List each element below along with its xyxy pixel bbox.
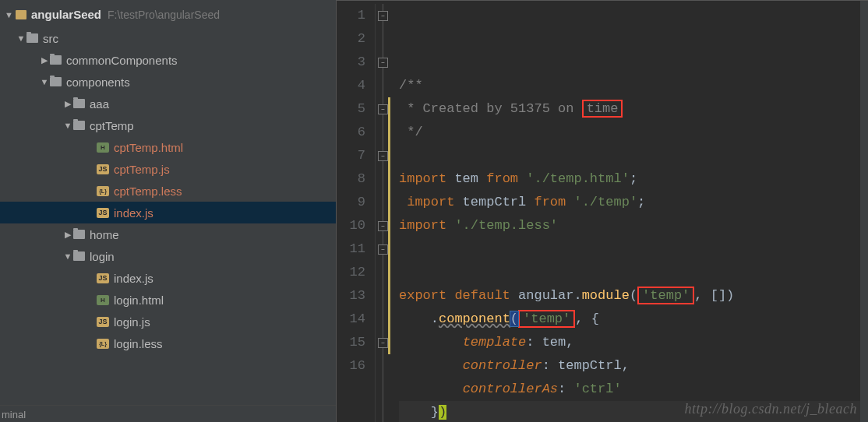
chevron-right-icon[interactable]: ▶ xyxy=(62,230,73,240)
line-number: 13 xyxy=(337,284,365,308)
project-path: F:\testPro\angularSeed xyxy=(108,9,220,21)
code-line[interactable]: */ xyxy=(399,121,868,144)
code-line[interactable]: controllerAs: 'ctrl' xyxy=(399,378,868,401)
tree-file-login.js[interactable]: ▶JSlogin.js xyxy=(0,311,336,332)
code-line[interactable]: import './temp.less' xyxy=(399,214,868,237)
tree-folder-aaa[interactable]: ▶aaa xyxy=(0,93,336,114)
folder-icon xyxy=(16,10,26,19)
dir-icon xyxy=(50,55,62,65)
code-line[interactable] xyxy=(399,144,868,167)
js-icon: JS xyxy=(97,317,109,327)
tree-item-label: home xyxy=(90,228,119,241)
dir-icon xyxy=(73,99,85,108)
dir-icon xyxy=(73,121,85,130)
chevron-down-icon[interactable]: ▼ xyxy=(39,77,50,86)
line-number: 10 xyxy=(337,214,365,237)
project-name: angularSeed xyxy=(31,8,101,21)
fold-handle-icon[interactable]: – xyxy=(378,11,388,21)
code-line[interactable]: template: tem, xyxy=(399,331,868,354)
line-number: 9 xyxy=(337,191,365,214)
project-root-row[interactable]: ▼ angularSeed F:\testPro\angularSeed xyxy=(0,3,336,26)
tree-item-label: index.js xyxy=(114,272,153,285)
js-icon: JS xyxy=(97,164,109,174)
tree-item-label: components xyxy=(66,76,130,89)
dir-icon xyxy=(73,251,85,261)
tree-item-label: index.js xyxy=(114,206,153,220)
tree-file-login.html[interactable]: ▶Hlogin.html xyxy=(0,289,336,311)
tree-folder-home[interactable]: ▶home xyxy=(0,223,336,245)
tree-folder-src[interactable]: ▼src xyxy=(0,27,336,49)
editor-pane: 12345678910111213141516 ––––––– /** * Cr… xyxy=(337,0,868,422)
dir-icon xyxy=(50,77,62,86)
scrollbar[interactable] xyxy=(860,1,868,422)
tree-folder-commonComponents[interactable]: ▶commonComponents xyxy=(0,49,336,71)
fold-handle-icon[interactable]: – xyxy=(378,244,388,255)
dir-icon xyxy=(26,33,38,43)
tree-file-login.less[interactable]: ▶{L}login.less xyxy=(0,332,336,354)
line-number: 6 xyxy=(337,121,365,144)
line-number: 14 xyxy=(337,308,365,331)
line-number: 3 xyxy=(337,51,365,74)
code-line[interactable]: .component('temp', { xyxy=(399,308,868,331)
chevron-down-icon[interactable]: ▼ xyxy=(16,33,26,43)
tree-item-label: src xyxy=(43,32,58,45)
fold-handle-icon[interactable]: – xyxy=(378,104,388,114)
chevron-down-icon[interactable]: ▼ xyxy=(62,251,73,261)
chevron-down-icon[interactable]: ▼ xyxy=(5,10,16,19)
line-number: 5 xyxy=(337,97,365,121)
code-line[interactable]: export default angular.module('temp', []… xyxy=(399,284,868,308)
dir-icon xyxy=(73,230,85,239)
code-text[interactable]: /** * Created by 51375 on time */import … xyxy=(391,4,868,422)
tree-file-cptTemp.html[interactable]: ▶HcptTemp.html xyxy=(0,136,336,158)
code-line[interactable] xyxy=(399,261,868,284)
chevron-right-icon[interactable]: ▶ xyxy=(62,99,73,109)
line-number: 16 xyxy=(337,354,365,378)
html-icon: H xyxy=(97,142,109,153)
line-number: 7 xyxy=(337,144,365,167)
terminal-tab[interactable]: minal xyxy=(0,405,336,422)
tree-item-label: commonComponents xyxy=(66,54,178,67)
tree-item-label: login.js xyxy=(114,315,150,329)
line-number: 12 xyxy=(337,261,365,284)
code-line[interactable] xyxy=(399,237,868,261)
line-number: 1 xyxy=(337,4,365,27)
tree-item-label: cptTemp.js xyxy=(114,163,170,176)
line-gutter: 12345678910111213141516 xyxy=(337,4,376,422)
fold-handle-icon[interactable]: – xyxy=(378,151,388,161)
chevron-down-icon[interactable]: ▼ xyxy=(62,121,73,130)
code-line[interactable]: import tem from './temp.html'; xyxy=(399,167,868,191)
line-number: 15 xyxy=(337,331,365,354)
tree-file-index.js[interactable]: ▶JSindex.js xyxy=(0,267,336,289)
html-icon: H xyxy=(97,295,109,305)
fold-handle-icon[interactable]: – xyxy=(378,338,388,348)
line-number: 8 xyxy=(337,167,365,191)
tree-file-cptTemp.less[interactable]: ▶{L}cptTemp.less xyxy=(0,180,336,202)
project-tree[interactable]: ▼src▶commonComponents▼components▶aaa▼cpt… xyxy=(0,26,336,405)
tree-item-label: aaa xyxy=(90,97,109,111)
tree-file-index.js[interactable]: ▶JSindex.js xyxy=(0,202,336,223)
tree-item-label: login.less xyxy=(114,337,163,350)
code-line[interactable]: import tempCtrl from './temp'; xyxy=(399,191,868,214)
fold-handle-icon[interactable]: – xyxy=(378,58,388,68)
tree-item-label: cptTemp.html xyxy=(114,141,183,154)
line-number: 11 xyxy=(337,237,365,261)
tree-file-cptTemp.js[interactable]: ▶JScptTemp.js xyxy=(0,158,336,180)
chevron-right-icon[interactable]: ▶ xyxy=(39,55,50,65)
js-icon: JS xyxy=(97,208,109,218)
tree-item-label: cptTemp.less xyxy=(114,185,182,198)
code-line[interactable]: controller: tempCtrl, xyxy=(399,354,868,378)
tree-folder-components[interactable]: ▼components xyxy=(0,71,336,93)
watermark: http://blog.csdn.net/j_bleach xyxy=(685,401,857,417)
fold-handle-icon[interactable]: – xyxy=(378,221,388,231)
code-line[interactable]: /** xyxy=(399,74,868,97)
tree-folder-login[interactable]: ▼login xyxy=(0,245,336,267)
code-line[interactable]: * Created by 51375 on time xyxy=(399,97,868,121)
js-icon: JS xyxy=(97,273,109,283)
line-number: 4 xyxy=(337,74,365,97)
code-area[interactable]: 12345678910111213141516 ––––––– /** * Cr… xyxy=(337,1,868,422)
tree-item-label: login.html xyxy=(114,294,164,307)
tree-item-label: cptTemp xyxy=(90,119,134,132)
project-sidebar: ▼ angularSeed F:\testPro\angularSeed ▼sr… xyxy=(0,0,337,422)
line-number: 2 xyxy=(337,27,365,51)
tree-folder-cptTemp[interactable]: ▼cptTemp xyxy=(0,114,336,136)
